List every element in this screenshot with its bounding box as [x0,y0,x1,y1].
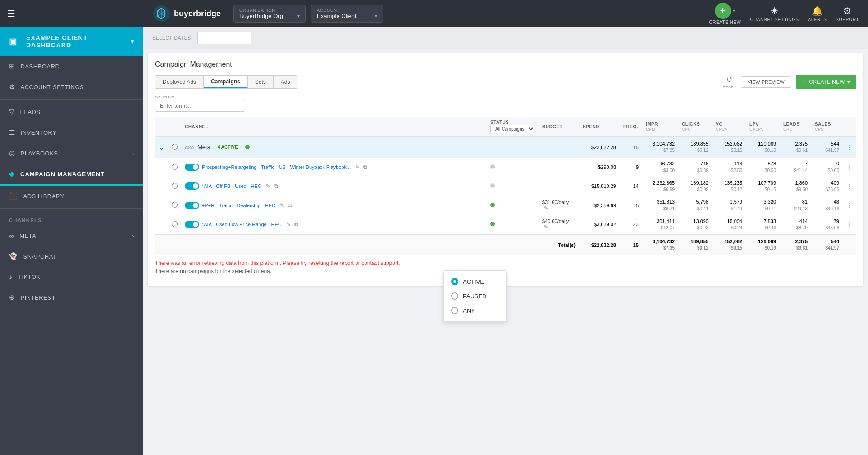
campaign-mgmt-icon: ◈ [9,170,15,178]
sidebar-item-ads-library[interactable]: ⬛ ADS LIBRARY [0,186,143,206]
tab-ads[interactable]: Ads [274,76,297,88]
account-dropdown[interactable]: ACCOUNT Example Client ▾ [311,5,383,23]
status-option-paused[interactable]: PAUSED [444,289,506,303]
row1-copy-icon[interactable]: ⧉ [274,183,278,189]
sidebar-item-dashboard[interactable]: ⊞ DASHBOARD [0,56,143,77]
row3-campaign-link[interactable]: *AIA - Used Low Price Range - HEC [202,222,282,227]
row3-copy-icon[interactable]: ⧉ [294,221,298,228]
create-new-action[interactable]: + ▾ CREATE NEW [709,3,741,25]
meta-more-icon[interactable]: ⋮ [846,144,853,151]
sidebar-item-tiktok[interactable]: ♪ TIKTOK [0,267,143,287]
row0-campaign-link[interactable]: Prospecting+Retargeting - Traffic - US -… [202,164,351,170]
row0-edit-icon[interactable]: ✎ [355,164,360,170]
th-vc: VCCPCV [712,117,746,136]
meta-expand-icon[interactable]: ⌄ [159,143,164,151]
sidebar-item-dashboard-main[interactable]: ▣ EXAMPLE CLIENT DASHBOARD ▾ [0,27,143,56]
row1-impr-cell: 2,262,865 $6.99 [642,177,678,196]
row1-campaign-link[interactable]: *AIA - Off-FB - Used - HEC [202,183,261,189]
sidebar-item-inventory[interactable]: ☰ INVENTORY [0,122,143,143]
row3-radio[interactable] [172,221,178,227]
row1-radio[interactable] [172,183,178,189]
row3-check-cell [168,215,181,234]
meta-budget-cell [539,136,579,158]
meta-impr-cell: 3,104,732 $7.35 [642,136,678,158]
error-message: There was an error retrieving data from … [155,260,856,266]
row2-budget-edit-icon[interactable]: ✎ [544,205,548,211]
meta-active-badge: 4 ACTIVE [214,144,242,150]
sidebar-item-campaign-management[interactable]: ◈ CAMPAIGN MANAGEMENT [0,164,143,186]
meta-chevron-icon: › [132,232,134,239]
row0-copy-icon[interactable]: ⧉ [363,164,367,170]
support-action[interactable]: ⚙ SUPPORT [836,5,859,22]
row1-edit-icon[interactable]: ✎ [266,183,270,189]
create-new-button[interactable]: + CREATE NEW ▾ [796,75,856,89]
tabs-group: Deployed Ads Campaigns Sets Ads [155,75,297,89]
row2-more-icon[interactable]: ⋮ [846,202,853,209]
topnav-right: + ▾ CREATE NEW ✳ CHANNEL SETTINGS 🔔 ALER… [709,3,859,25]
totals-more [843,234,856,255]
row3-more-icon[interactable]: ⋮ [846,221,853,228]
sidebar-item-account-settings[interactable]: ⚙ ACCOUNT SETTINGS [0,77,143,97]
meta-radio[interactable] [172,144,178,150]
reset-button[interactable]: ↺ RESET [723,75,736,89]
create-new-dropdown-arrow-icon: ▾ [733,8,736,13]
date-select-label: SELECT DATES: [152,36,193,41]
hamburger-icon[interactable]: ☰ [7,8,15,19]
view-preview-button[interactable]: VIEW PREVIEW [741,76,791,88]
row2-copy-icon[interactable]: ⧉ [288,202,292,209]
row1-clicks-cell: 169,182 $0.09 [678,177,712,196]
inventory-icon: ☰ [9,128,15,136]
organization-dropdown[interactable]: ORGANIZATION BuyerBridge Org ▾ [233,5,306,23]
sidebar-item-leads[interactable]: ▽ LEADS [0,101,143,122]
row1-toggle[interactable] [185,182,199,190]
row3-budget-edit-icon[interactable]: ✎ [544,224,548,230]
any-radio-unchecked-icon [451,307,458,314]
row2-toggle[interactable] [185,202,199,209]
row0-clicks-cell: 746 $0.39 [678,158,712,177]
row2-sales-cell: 48 $49.16 [811,196,843,215]
row0-more-cell: ⋮ [843,158,856,177]
th-budget: BUDGET [539,117,579,136]
sidebar-item-playbooks[interactable]: ◎ PLAYBOOKS › [0,143,143,164]
row2-edit-icon[interactable]: ✎ [280,202,284,209]
totals-lpv: 120,069 $0.19 [746,234,780,255]
row3-toggle[interactable] [185,221,199,228]
sidebar-item-snapchat[interactable]: 👻 SNAPCHAT [0,246,143,267]
row0-toggle[interactable] [185,164,199,171]
tab-campaigns[interactable]: Campaigns [204,76,248,88]
row0-budget-cell [539,158,579,177]
row0-radio[interactable] [172,164,178,170]
tab-sets[interactable]: Sets [248,76,274,88]
sidebar-item-label: ADS LIBRARY [23,193,64,200]
status-dropdown-popup: ACTIVE PAUSED ANY [443,270,507,322]
paused-radio-unchecked-icon [451,292,458,300]
sidebar-channel-label: SNAPCHAT [23,253,57,260]
row1-more-icon[interactable]: ⋮ [846,182,853,190]
alerts-action[interactable]: 🔔 ALERTS [808,5,827,22]
account-label: ACCOUNT [317,8,377,13]
status-option-any[interactable]: ANY [444,303,506,318]
all-campaigns-select[interactable]: All Campaigns [490,125,535,133]
sidebar-top-bar: ☰ [0,0,143,27]
th-clicks: CLICKSCPC [678,117,712,136]
status-option-active[interactable]: ACTIVE [444,274,506,289]
row3-edit-icon[interactable]: ✎ [286,221,291,228]
channel-settings-action[interactable]: ✳ CHANNEL SETTINGS [750,5,799,22]
tab-deployed-ads[interactable]: Deployed Ads [155,76,204,88]
campaign-table: CHANNEL STATUS All Campaigns BUDGET SPEN… [155,117,856,255]
main-area: buyerbridge ORGANIZATION BuyerBridge Org… [143,0,868,455]
row2-campaign-link[interactable]: +P+R - Traffic - Dealership - HEC [202,203,275,208]
logo-area: buyerbridge [152,5,221,23]
search-input[interactable] [155,100,245,112]
row2-check-cell [168,196,181,215]
row2-radio[interactable] [172,202,178,208]
row1-freq-cell: 14 [620,177,642,196]
sidebar-item-pinterest[interactable]: ⊕ PINTEREST [0,287,143,308]
th-impr: IMPRCPM [642,117,678,136]
sidebar-item-meta[interactable]: ∞ META › [0,226,143,246]
totals-label-cell [155,234,181,255]
row2-expand-cell [155,196,168,215]
row3-impr-cell: 301,411 $12.07 [642,215,678,234]
date-input[interactable] [197,32,251,44]
row0-more-icon[interactable]: ⋮ [846,164,853,171]
